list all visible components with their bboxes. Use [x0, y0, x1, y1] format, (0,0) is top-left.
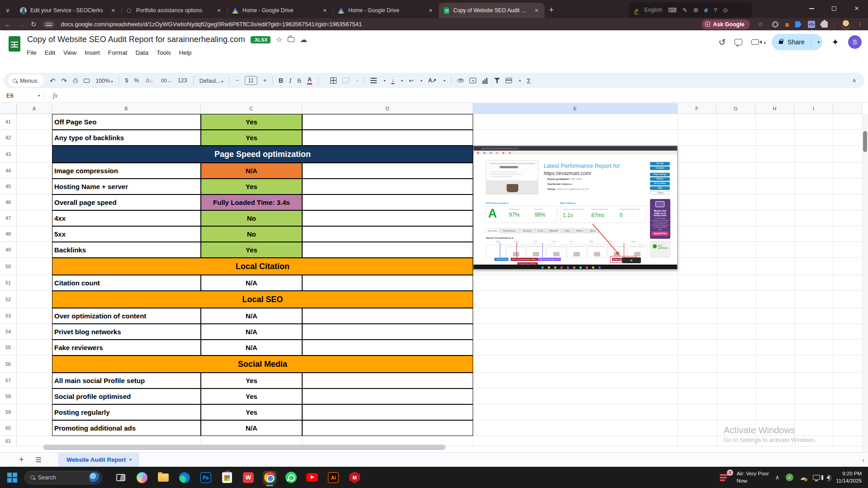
- cell-A46[interactable]: [17, 194, 52, 210]
- cell-C42[interactable]: Yes: [201, 130, 302, 146]
- row-header-49[interactable]: 49: [0, 242, 17, 258]
- taskbar-icon-illustrator[interactable]: Ai: [327, 471, 340, 484]
- cell-B58[interactable]: Social profile optimised: [52, 389, 201, 404]
- increase-font-size-icon[interactable]: +: [263, 77, 266, 84]
- row-header-59[interactable]: 59: [0, 404, 17, 420]
- cell-A51[interactable]: [17, 275, 52, 291]
- menu-file[interactable]: File: [23, 47, 41, 58]
- cell-D57[interactable]: [302, 373, 473, 389]
- browser-profile-avatar[interactable]: [841, 19, 851, 29]
- taskbar-icon-file-explorer[interactable]: [157, 471, 170, 484]
- air-quality-icon[interactable]: 3: [720, 472, 730, 483]
- taskbar-icon-mcafee[interactable]: M: [348, 471, 361, 484]
- functions-icon[interactable]: Σ: [526, 77, 531, 84]
- row-header-53[interactable]: 53: [0, 308, 17, 324]
- toolbar-menus-search[interactable]: Menus: [8, 75, 44, 86]
- cell-A41[interactable]: [17, 114, 52, 130]
- cell-B42[interactable]: Any type of backlinks: [52, 130, 201, 146]
- undo-icon[interactable]: ↶: [50, 77, 56, 84]
- share-button[interactable]: Share ▾: [772, 34, 822, 50]
- cell-C44[interactable]: N/A: [201, 163, 302, 179]
- taskbar-icon-youtube[interactable]: [305, 471, 319, 484]
- antivirus-tray-icon[interactable]: ✓: [786, 474, 793, 481]
- lens-extension-icon[interactable]: [772, 21, 779, 28]
- tag-extension-icon[interactable]: [795, 21, 802, 28]
- increase-decimal-icon[interactable]: .00→: [160, 78, 172, 83]
- format-percent-icon[interactable]: %: [134, 77, 139, 84]
- cell-B54[interactable]: Privet blog networks: [52, 324, 201, 340]
- embedded-gtmetrix-report-image[interactable]: gtmetrix.com/reports/evazmart.com/Latest…: [473, 146, 678, 270]
- row-header-44[interactable]: 44: [0, 163, 17, 179]
- close-button[interactable]: ×: [845, 0, 868, 17]
- cell-A44[interactable]: [17, 163, 52, 179]
- cells-east-51[interactable]: [473, 275, 862, 291]
- row-header-51[interactable]: 51: [0, 275, 17, 291]
- cell-A42[interactable]: [17, 130, 52, 146]
- settings-gear-icon[interactable]: ⚙: [693, 7, 699, 14]
- column-header-F[interactable]: F: [678, 103, 716, 114]
- vertical-scrollbar[interactable]: [862, 114, 868, 452]
- pen-icon[interactable]: ✎: [683, 7, 688, 14]
- volume-tray-icon[interactable]: [826, 475, 830, 480]
- browser-tab[interactable]: Copy of Website SEO Audit Rep...×: [439, 3, 545, 18]
- cells-east-41[interactable]: [473, 114, 862, 130]
- cell-D58[interactable]: [302, 389, 473, 404]
- row-header-45[interactable]: 45: [0, 179, 17, 194]
- cell-C55[interactable]: N/A: [201, 340, 302, 355]
- add-sheet-icon[interactable]: +: [19, 455, 24, 464]
- taskbar-icon-task-view[interactable]: [114, 471, 128, 484]
- toolbar-collapse-icon[interactable]: ∧: [852, 77, 856, 84]
- section-banner-43[interactable]: Page Speed optimization: [52, 146, 473, 163]
- strikethrough-icon[interactable]: S: [297, 78, 301, 84]
- cell-A59[interactable]: [17, 404, 52, 420]
- cell-B44[interactable]: Image compression: [52, 163, 201, 179]
- menu-format[interactable]: Format: [104, 47, 132, 58]
- paint-format-icon[interactable]: [84, 79, 90, 83]
- section-banner-50[interactable]: Local Citation: [52, 258, 473, 275]
- cell-D45[interactable]: [302, 179, 473, 194]
- vertical-align-icon[interactable]: ↓: [391, 77, 394, 84]
- cell-B48[interactable]: 5xx: [52, 226, 201, 242]
- row-header-52[interactable]: 52: [0, 291, 17, 308]
- cell-C53[interactable]: N/A: [201, 308, 302, 324]
- maximize-button[interactable]: [823, 0, 845, 17]
- italic-icon[interactable]: I: [289, 77, 291, 84]
- taskbar-icon-copilot[interactable]: [135, 471, 149, 484]
- table-views-icon[interactable]: [506, 78, 512, 83]
- tray-chevron-icon[interactable]: ∧: [775, 474, 780, 481]
- cell-A53[interactable]: [17, 308, 52, 324]
- cell-A52[interactable]: [17, 291, 52, 308]
- cell-B60[interactable]: Promoting additional ads: [52, 420, 201, 436]
- address-bar[interactable]: docs.google.com/spreadsheets/d/1zOyWGVwt…: [61, 21, 696, 28]
- move-folder-icon[interactable]: [288, 37, 294, 42]
- font-family-control[interactable]: Defaul...▾: [199, 76, 223, 85]
- cell-C47[interactable]: No: [201, 210, 302, 226]
- new-tab-button[interactable]: +: [545, 3, 558, 18]
- insert-chart-icon[interactable]: [482, 78, 488, 84]
- taskbar-icon-wps-office[interactable]: W: [242, 471, 255, 484]
- amazon-extension-icon[interactable]: a: [785, 20, 789, 28]
- site-info-icon[interactable]: [43, 21, 55, 28]
- row-header-61[interactable]: 61: [0, 436, 17, 446]
- cell-A43[interactable]: [17, 146, 52, 163]
- select-all-corner[interactable]: [0, 103, 17, 114]
- column-header-H[interactable]: H: [755, 103, 794, 114]
- cells-east-55[interactable]: [473, 340, 862, 355]
- row-header-56[interactable]: 56: [0, 355, 17, 373]
- tab-close-icon[interactable]: ×: [109, 7, 117, 14]
- cells-east-57[interactable]: [473, 373, 862, 389]
- menu-view[interactable]: View: [59, 47, 81, 58]
- cell-C51[interactable]: N/A: [201, 275, 302, 291]
- onedrive-tray-icon[interactable]: ☁: [800, 474, 806, 482]
- row-header-46[interactable]: 46: [0, 194, 17, 210]
- taskbar-clock[interactable]: 9:20 PM11/14/2025: [836, 470, 862, 484]
- column-header-C[interactable]: C: [201, 103, 302, 114]
- column-header-G[interactable]: G: [716, 103, 755, 114]
- cell-C49[interactable]: Yes: [201, 242, 302, 258]
- cell-D48[interactable]: [302, 226, 473, 242]
- menu-help[interactable]: Help: [175, 47, 196, 58]
- cell-B59[interactable]: Posting regularly: [52, 404, 201, 420]
- comments-icon[interactable]: [735, 39, 742, 45]
- taskbar-icon-photoshop[interactable]: Ps: [199, 471, 213, 484]
- meet-video-icon[interactable]: ▾: [751, 39, 759, 45]
